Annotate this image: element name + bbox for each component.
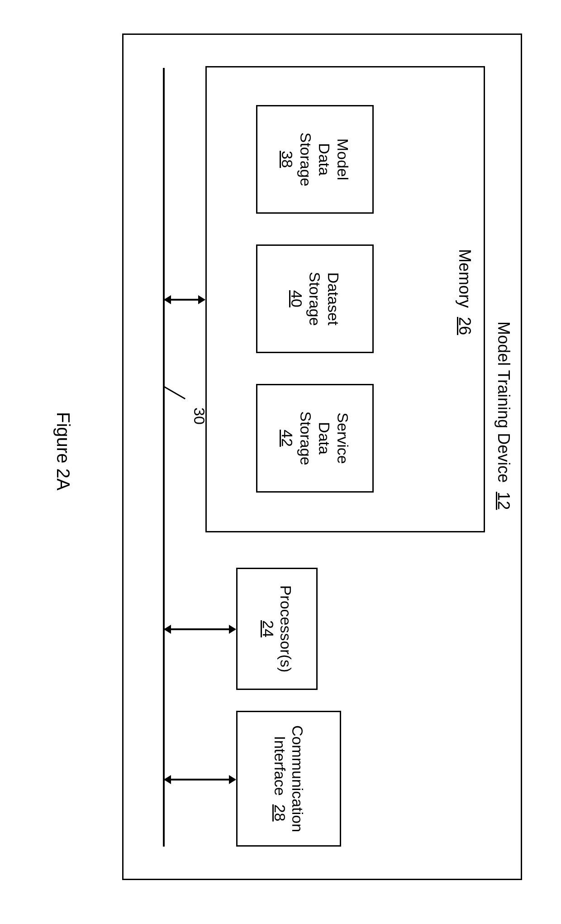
comm-l1: Communication: [289, 725, 306, 832]
model-ref: 38: [278, 151, 296, 168]
service-l1: Service: [333, 412, 352, 464]
processor-label: Processor(s): [277, 585, 295, 673]
model-l1: Model: [333, 139, 352, 181]
dataset-l1: Dataset: [324, 272, 342, 325]
service-ref: 42: [278, 430, 296, 447]
memory-label: Memory: [456, 249, 474, 308]
comm-ref: 28: [271, 804, 289, 822]
model-l2: Data: [315, 143, 333, 176]
service-l3: Storage: [296, 411, 315, 465]
device-title-label: Model Training Device: [494, 321, 513, 483]
processor-bus-arrow: [165, 628, 235, 630]
figure-caption: Figure 2A: [53, 412, 73, 490]
bus-ref-label: 30: [190, 407, 208, 425]
service-data-storage-box: Service Data Storage 42: [256, 384, 374, 493]
model-data-storage-box: Model Data Storage 38: [256, 105, 374, 214]
page: Model Training Device 12 Memory 26 Model…: [0, 0, 561, 924]
device-title: Model Training Device 12: [494, 321, 513, 510]
memory-title: Memory 26: [455, 249, 474, 335]
processor-box: Processor(s) 24: [236, 568, 318, 690]
processor-ref: 24: [259, 620, 277, 637]
device-title-ref: 12: [494, 492, 513, 510]
rotated-canvas: Model Training Device 12 Memory 26 Model…: [0, 0, 561, 924]
memory-bus-arrow: [165, 299, 204, 301]
model-l3: Storage: [296, 132, 315, 186]
comm-bus-arrow: [165, 779, 235, 780]
comm-l2: Interface: [271, 736, 289, 795]
communication-interface-box: Communication Interface 28: [236, 711, 341, 847]
dataset-storage-box: Dataset Storage 40: [256, 244, 374, 353]
dataset-ref: 40: [287, 290, 306, 307]
service-l2: Data: [315, 422, 333, 455]
dataset-l2: Storage: [306, 272, 324, 326]
bus-line: [163, 68, 165, 847]
memory-ref: 26: [456, 317, 474, 335]
